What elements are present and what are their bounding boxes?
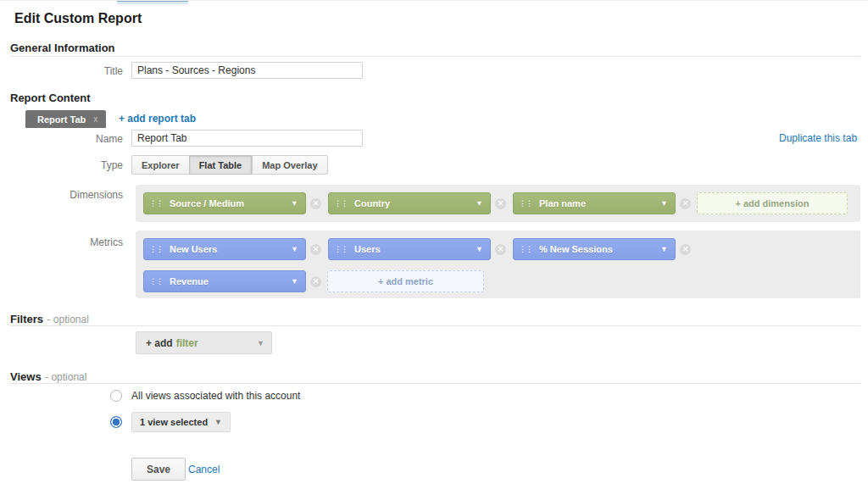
section-divider <box>10 383 860 384</box>
add-filter-prefix: + add <box>146 337 173 349</box>
drag-handle-icon[interactable]: ⋮⋮ <box>149 200 163 208</box>
metric-chip-new-users[interactable]: ⋮⋮ New Users ▼ <box>143 238 306 260</box>
add-filter-button[interactable]: + add filter ▼ <box>136 331 272 354</box>
filters-heading: Filters <box>10 313 43 325</box>
dimensions-tray: ⋮⋮ Source / Medium ▼ ✕ ⋮⋮ Country ▼ ✕ ⋮⋮… <box>136 185 860 222</box>
chevron-down-icon[interactable]: ▼ <box>291 277 298 286</box>
views-option-all-label: All views associated with this account <box>131 390 300 402</box>
type-option-explorer[interactable]: Explorer <box>131 155 189 175</box>
chip-label: Plan name <box>539 198 655 208</box>
chevron-down-icon[interactable]: ▼ <box>476 199 483 208</box>
remove-icon[interactable]: ✕ <box>680 244 691 255</box>
remove-icon[interactable]: ✕ <box>310 244 321 255</box>
views-heading-row: Views - optional <box>10 369 86 384</box>
remove-icon[interactable]: ✕ <box>495 244 506 255</box>
add-metric-button[interactable]: + add metric <box>327 270 484 292</box>
drag-handle-icon[interactable]: ⋮⋮ <box>334 246 348 253</box>
chip-label: % New Sessions <box>539 244 655 254</box>
drag-handle-icon[interactable]: ⋮⋮ <box>519 246 532 253</box>
views-option-selected-row <box>110 416 122 428</box>
section-divider <box>10 325 860 326</box>
add-filter-word: filter <box>176 337 198 349</box>
metrics-label: Metrics <box>0 236 123 248</box>
type-label: Type <box>0 159 123 171</box>
chip-label: Revenue <box>170 276 286 286</box>
dimension-chip-source-medium[interactable]: ⋮⋮ Source / Medium ▼ <box>143 192 306 214</box>
radio-all-views[interactable] <box>110 390 122 402</box>
chip-label: Users <box>354 244 470 254</box>
add-report-tab-link[interactable]: + add report tab <box>119 113 196 125</box>
tab-report-tab[interactable]: Report Tab x <box>25 110 106 128</box>
section-divider <box>10 56 860 57</box>
close-icon[interactable]: x <box>93 114 97 124</box>
chip-label: New Users <box>170 244 286 254</box>
type-option-flat-table[interactable]: Flat Table <box>189 155 253 175</box>
cancel-link[interactable]: Cancel <box>188 464 220 475</box>
filters-optional-label: - optional <box>47 314 88 325</box>
dimension-chip-plan-name[interactable]: ⋮⋮ Plan name ▼ <box>513 192 676 214</box>
chevron-down-icon[interactable]: ▼ <box>476 245 483 253</box>
chevron-down-icon[interactable]: ▼ <box>291 199 298 208</box>
dimensions-label: Dimensions <box>0 189 123 201</box>
chevron-down-icon[interactable]: ▼ <box>660 245 668 253</box>
metric-chip-users[interactable]: ⋮⋮ Users ▼ <box>328 238 491 260</box>
remove-icon[interactable]: ✕ <box>495 198 506 209</box>
report-tab-label: Report Tab <box>37 114 86 125</box>
title-label: Title <box>0 65 123 77</box>
views-select-button[interactable]: 1 view selected ▼ <box>131 412 231 432</box>
duplicate-tab-link[interactable]: Duplicate this tab <box>779 132 857 144</box>
chevron-down-icon[interactable]: ▼ <box>660 199 668 208</box>
views-heading: Views <box>10 370 42 383</box>
name-label: Name <box>0 133 123 145</box>
drag-handle-icon[interactable]: ⋮⋮ <box>519 200 532 208</box>
save-button[interactable]: Save <box>131 458 186 481</box>
type-option-map-overlay[interactable]: Map Overlay <box>252 155 327 175</box>
type-selector: Explorer Flat Table Map Overlay <box>131 155 328 175</box>
views-optional-label: - optional <box>45 371 86 383</box>
metric-chip-percent-new-sessions[interactable]: ⋮⋮ % New Sessions ▼ <box>513 238 676 260</box>
title-input[interactable] <box>131 62 363 79</box>
report-content-heading: Report Content <box>10 92 91 104</box>
remove-icon[interactable]: ✕ <box>310 276 321 287</box>
metrics-tray: ⋮⋮ New Users ▼ ✕ ⋮⋮ Users ▼ ✕ ⋮⋮ % New S… <box>136 231 860 298</box>
chip-label: Source / Medium <box>170 198 286 208</box>
add-dimension-button[interactable]: + add dimension <box>697 192 848 214</box>
dimension-chip-country[interactable]: ⋮⋮ Country ▼ <box>328 192 491 214</box>
filters-heading-row: Filters - optional <box>10 311 89 326</box>
metric-chip-revenue[interactable]: ⋮⋮ Revenue ▼ <box>143 270 306 292</box>
general-information-heading: General Information <box>10 42 115 54</box>
radio-selected-views[interactable] <box>110 416 122 428</box>
page-title: Edit Custom Report <box>14 11 142 26</box>
remove-icon[interactable]: ✕ <box>680 198 691 209</box>
name-input[interactable] <box>131 130 363 147</box>
top-divider <box>0 0 868 1</box>
views-select-label: 1 view selected <box>140 417 208 427</box>
drag-handle-icon[interactable]: ⋮⋮ <box>334 200 348 208</box>
chevron-down-icon[interactable]: ▼ <box>291 245 298 253</box>
chevron-down-icon: ▼ <box>214 418 222 426</box>
remove-icon[interactable]: ✕ <box>310 198 321 209</box>
chip-label: Country <box>354 198 470 208</box>
chevron-down-icon: ▼ <box>257 339 264 347</box>
views-option-all-row: All views associated with this account <box>110 390 300 402</box>
drag-handle-icon[interactable]: ⋮⋮ <box>149 246 163 253</box>
drag-handle-icon[interactable]: ⋮⋮ <box>149 278 163 286</box>
